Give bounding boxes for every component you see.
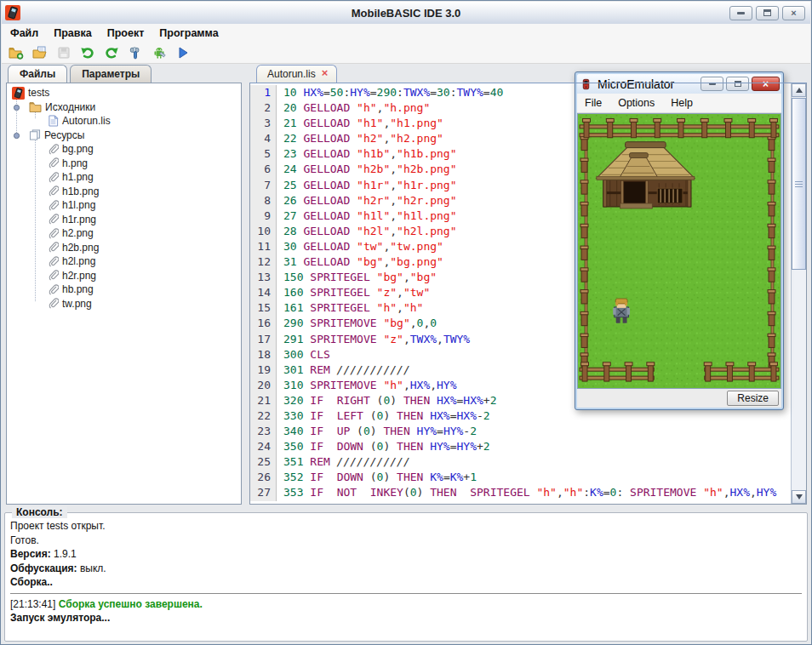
build-android-button[interactable]: [150, 43, 169, 62]
emulator-bottom-bar: Resize: [577, 389, 781, 408]
line-number: 3: [250, 116, 277, 131]
line-number: 18: [250, 347, 277, 362]
line-number: 4: [250, 131, 277, 146]
tree-item-Исходники[interactable]: Исходники: [7, 100, 241, 115]
line-number: 13: [250, 270, 277, 285]
phone-icon: [12, 87, 25, 100]
tree-item-h2l.png[interactable]: h2l.png: [7, 254, 241, 269]
tree-item-Autorun.lis[interactable]: Autorun.lis: [7, 114, 241, 128]
clip-icon: [48, 256, 59, 267]
line-number: 25: [250, 454, 277, 470]
code-text: 20 GELLOAD "h","h.png": [277, 100, 430, 116]
minimize-icon: [737, 12, 745, 14]
clip-icon: [48, 186, 59, 197]
tree-item-label: h1r.png: [62, 214, 96, 225]
emulator-menu-help[interactable]: Help: [671, 97, 693, 109]
line-number: 15: [250, 300, 277, 316]
open-folder-icon: [32, 46, 48, 60]
play-icon: [177, 46, 189, 60]
game-scene: [578, 114, 781, 388]
undo-icon: [80, 46, 95, 60]
title-bar[interactable]: MobileBASIC IDE 3.0 ×: [2, 2, 810, 25]
new-project-icon: [9, 46, 24, 60]
build-button[interactable]: [126, 43, 145, 62]
line-number: 2: [250, 100, 277, 116]
line-number: 23: [250, 424, 277, 439]
tree-item-h1b.png[interactable]: h1b.png: [7, 185, 241, 199]
toolbar: [2, 43, 810, 64]
open-project-button[interactable]: [31, 43, 49, 62]
console-label: Консоль:: [12, 506, 67, 518]
editor-tab-label: Autorun.lis: [267, 68, 316, 80]
console-line: Запуск эмулятора...: [10, 611, 802, 625]
tree-item-h1r.png[interactable]: h1r.png: [7, 213, 241, 227]
code-line[interactable]: 25351 REM ///////////: [250, 454, 791, 470]
code-line[interactable]: 26352 IF DOWN (0) THEN K%=K%+1: [250, 470, 791, 485]
tree-item-bg.png[interactable]: bg.png: [7, 142, 241, 157]
maximize-button[interactable]: [756, 6, 779, 20]
code-text: 291 SPRITEMOVE "z",TWX%,TWY%: [277, 332, 470, 347]
tree-item-label: Исходники: [45, 101, 95, 113]
code-line[interactable]: 23340 IF UP (0) THEN HY%=HY%-2: [250, 424, 791, 439]
tree-item-h1.png[interactable]: h1.png: [7, 170, 241, 185]
tree-item-hb.png[interactable]: hb.png: [7, 283, 241, 297]
menu-item-edit[interactable]: Правка: [54, 27, 91, 39]
code-line[interactable]: 27353 IF NOT INKEY(0) THEN SPRITEGEL "h"…: [250, 485, 791, 500]
tree-item-h1l.png[interactable]: h1l.png: [7, 198, 241, 213]
tree-item-label: h.png: [62, 157, 88, 169]
code-text: 310 SPRITEMOVE "h",HX%,HY%: [277, 378, 457, 393]
emulator-menu-file[interactable]: File: [585, 97, 602, 109]
minimize-button[interactable]: [729, 6, 752, 20]
tree-item-h2b.png[interactable]: h2b.png: [7, 241, 241, 255]
console-output: Проект tests открыт.Готов.Версия: 1.9.1О…: [5, 513, 807, 625]
clip-icon: [48, 157, 59, 168]
tab-Параметры[interactable]: Параметры: [70, 65, 152, 83]
tree-item-label: hb.png: [62, 283, 94, 295]
tree-item-h.png[interactable]: h.png: [7, 157, 241, 171]
console-line: Версия: 1.9.1: [10, 547, 802, 562]
tree-item-Ресурсы[interactable]: Ресурсы: [7, 128, 241, 143]
expand-knob[interactable]: [13, 132, 20, 140]
resize-button[interactable]: Resize: [727, 391, 779, 406]
undo-button[interactable]: [78, 43, 97, 62]
doc-icon: [48, 115, 59, 127]
code-text: 290 SPRITEMOVE "bg",0,0: [277, 316, 437, 331]
scroll-down-button[interactable]: [792, 490, 806, 504]
editor-tab-autorun[interactable]: Autorun.lis ×: [256, 65, 337, 83]
new-project-button[interactable]: [7, 43, 26, 62]
code-text: 301 REM ///////////: [277, 362, 410, 378]
tree-item-label: tw.png: [62, 298, 92, 310]
scroll-up-button[interactable]: [792, 83, 806, 97]
clip-icon: [48, 284, 59, 295]
tab-Файлы[interactable]: Файлы: [8, 65, 67, 83]
tree-item-h2r.png[interactable]: h2r.png: [7, 269, 241, 283]
tree-item-tw.png[interactable]: tw.png: [7, 297, 241, 311]
line-number: 6: [250, 162, 277, 177]
tab-close-icon[interactable]: ×: [322, 68, 329, 78]
tree-item-label: tests: [28, 87, 49, 99]
scrollbar-thumb[interactable]: [792, 98, 806, 270]
console-separator: [10, 593, 802, 595]
tree-item-label: Autorun.lis: [62, 115, 111, 127]
code-line[interactable]: 22330 IF LEFT (0) THEN HX%=HX%-2: [250, 408, 791, 424]
menu-item-program[interactable]: Программа: [159, 27, 218, 39]
menu-item-file[interactable]: Файл: [10, 27, 38, 39]
tree-item-label: h2b.png: [62, 242, 99, 254]
tree-item-tests[interactable]: tests: [7, 86, 241, 100]
line-number: 21: [250, 393, 277, 408]
code-line[interactable]: 24350 IF DOWN (0) THEN HY%=HY%+2: [250, 439, 791, 454]
tree-item-h2.png[interactable]: h2.png: [7, 226, 241, 241]
run-button[interactable]: [174, 43, 192, 62]
line-number: 1: [250, 85, 277, 100]
redo-button[interactable]: [102, 43, 121, 62]
line-number: 16: [250, 316, 277, 331]
emulator-menu-options[interactable]: Options: [618, 97, 655, 109]
menu-item-project[interactable]: Проект: [107, 27, 145, 39]
close-button[interactable]: ×: [782, 6, 805, 20]
console-panel: Консоль: Проект tests открыт.Готов.Верси…: [4, 512, 808, 642]
expand-knob[interactable]: [13, 104, 20, 111]
clip-icon: [48, 228, 59, 239]
menu-bar: ФайлПравкаПроектПрограмма: [2, 24, 810, 43]
editor-vertical-scrollbar[interactable]: [791, 83, 806, 504]
clip-icon: [48, 172, 59, 183]
